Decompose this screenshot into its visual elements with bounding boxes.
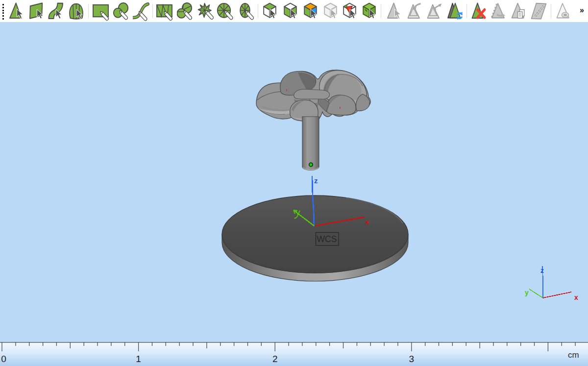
svg-text:z: z [314, 176, 318, 185]
svg-text:y: y [525, 289, 529, 296]
svg-text:cm: cm [568, 350, 579, 360]
svg-text:x: x [365, 218, 369, 226]
svg-text:1: 1 [136, 354, 141, 364]
svg-text:x: x [574, 293, 578, 301]
svg-text:2: 2 [272, 354, 278, 364]
svg-text:0: 0 [1, 354, 6, 364]
svg-text:3: 3 [409, 354, 415, 364]
svg-text:z: z [540, 267, 544, 274]
svg-text:WCS: WCS [317, 234, 337, 244]
